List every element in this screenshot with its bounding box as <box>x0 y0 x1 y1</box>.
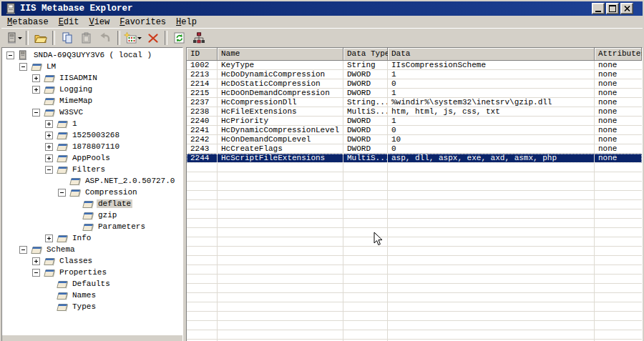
tree-item-properties[interactable]: Properties <box>2 267 182 278</box>
column-header-id[interactable]: ID <box>187 48 218 61</box>
empty-cell <box>343 321 388 330</box>
tree-item-snda-69q3uyy3v6-local[interactable]: SNDA-69Q3UYY3V6 ( local ) <box>2 49 182 61</box>
empty-cell <box>595 256 642 265</box>
table-row-2243[interactable]: 2243HcCreateFlagsDWORD0none <box>187 144 642 154</box>
tree-item-iisadmin[interactable]: IISADMIN <box>2 72 182 84</box>
empty-cell <box>218 200 343 209</box>
menu-view[interactable]: View <box>84 16 115 28</box>
tree-item-label: Logging <box>58 85 94 94</box>
empty-cell <box>595 330 642 340</box>
collapse-icon[interactable] <box>19 246 27 254</box>
open-button[interactable] <box>31 30 50 46</box>
metabase-key-icon <box>82 199 95 209</box>
cell-name: HcFileExtensions <box>218 107 343 117</box>
column-header-name[interactable]: Name <box>218 48 343 61</box>
paste-button[interactable] <box>77 30 96 46</box>
empty-cell <box>218 237 343 247</box>
menu-metabase[interactable]: Metabase <box>3 16 54 28</box>
empty-cell <box>187 312 218 321</box>
undo-button[interactable] <box>96 30 115 46</box>
empty-row <box>187 284 642 293</box>
copy-button[interactable] <box>57 30 77 46</box>
refresh-button[interactable] <box>170 30 189 46</box>
table-row-2238[interactable]: 2238HcFileExtensionsMultiS...htm, html, … <box>187 107 642 117</box>
empty-row <box>187 228 642 237</box>
empty-cell <box>218 219 343 228</box>
tree-item-1878807110[interactable]: 1878807110 <box>2 141 182 152</box>
table-row-1002[interactable]: 1002KeyTypeStringIIsCompressionSchemenon… <box>187 61 642 70</box>
tree-horizontal-scrollbar[interactable] <box>2 335 182 341</box>
empty-cell <box>187 182 218 191</box>
tree-item-schema[interactable]: Schema <box>2 244 182 255</box>
expand-icon[interactable] <box>45 234 53 242</box>
hierarchy-button[interactable] <box>189 30 208 46</box>
tree-item-1[interactable]: 1 <box>2 118 182 129</box>
collapse-icon[interactable] <box>6 51 14 59</box>
column-header-data-type[interactable]: Data Type <box>343 48 388 61</box>
tree-item-compression[interactable]: Compression <box>2 187 182 198</box>
delete-button[interactable] <box>143 30 162 46</box>
collapse-icon[interactable] <box>32 109 40 117</box>
empty-cell <box>595 182 642 191</box>
table-row-2237[interactable]: 2237HcCompressionDllString...%windir%\sy… <box>187 98 642 107</box>
tree-item-logging[interactable]: Logging <box>2 84 182 95</box>
empty-cell <box>388 293 595 302</box>
tree-item-asp-net-2-0-50727-0[interactable]: ASP.NET_2.0.50727.0 <box>2 175 182 187</box>
tree-item-1525003268[interactable]: 1525003268 <box>2 129 182 141</box>
tree-item-apppools[interactable]: AppPools <box>2 152 182 164</box>
new-key-button[interactable] <box>122 30 143 46</box>
table-row-2213[interactable]: 2213HcDoDynamicCompressionDWORD1none <box>187 70 642 79</box>
empty-cell <box>343 275 388 284</box>
expand-icon[interactable] <box>45 132 53 139</box>
tree-item-deflate[interactable]: deflate <box>2 198 182 209</box>
expand-icon[interactable] <box>32 74 40 82</box>
cell-data: IIsCompressionScheme <box>388 61 595 70</box>
column-header-attributes[interactable]: Attributes <box>595 48 642 61</box>
tree-item-filters[interactable]: Filters <box>2 164 182 175</box>
tree-item-parameters[interactable]: Parameters <box>2 221 182 232</box>
table-row-2241[interactable]: 2241HcDynamicCompressionLevelDWORD0none <box>187 126 642 135</box>
table-row-2242[interactable]: 2242HcOnDemandCompLevelDWORD10none <box>187 135 642 144</box>
collapse-icon[interactable] <box>45 166 53 174</box>
tree-item-info[interactable]: Info <box>2 232 182 244</box>
empty-cell <box>343 256 388 265</box>
tree-item-w3svc[interactable]: W3SVC <box>2 107 182 118</box>
expand-icon[interactable] <box>32 86 40 94</box>
connect-button[interactable] <box>4 30 24 46</box>
maximize-button[interactable] <box>606 3 619 14</box>
tree-item-mimemap[interactable]: MimeMap <box>2 95 182 107</box>
collapse-icon[interactable] <box>32 269 40 277</box>
cell-id: 2244 <box>187 154 218 163</box>
tree-item-defaults[interactable]: Defaults <box>2 278 182 290</box>
table-row-2244[interactable]: 2244HcScriptFileExtensionsMultiS...asp, … <box>187 154 642 163</box>
empty-cell <box>595 237 642 247</box>
tree-item-types[interactable]: Types <box>2 301 182 312</box>
collapse-icon[interactable] <box>19 63 27 71</box>
cell-id: 2237 <box>187 98 218 107</box>
tree-item-classes[interactable]: Classes <box>2 255 182 267</box>
menu-favorites[interactable]: Favorites <box>115 16 172 28</box>
expand-icon[interactable] <box>32 257 40 265</box>
empty-cell <box>187 172 218 182</box>
empty-cell <box>187 302 218 312</box>
connect-dropdown-icon[interactable] <box>18 37 22 39</box>
expand-icon[interactable] <box>45 143 53 151</box>
close-button[interactable] <box>620 3 633 14</box>
empty-row <box>187 200 642 209</box>
menu-help[interactable]: Help <box>172 16 203 28</box>
metabase-key-icon <box>57 291 69 300</box>
tree-item-gzip[interactable]: gzip <box>2 209 182 221</box>
toolbar-separator <box>52 31 55 45</box>
table-row-2214[interactable]: 2214HcDoStaticCompressionDWORD0none <box>187 79 642 89</box>
expand-icon[interactable] <box>45 120 53 128</box>
minimize-button[interactable] <box>592 3 605 14</box>
tree-item-lm[interactable]: LM <box>2 61 182 72</box>
tree-item-names[interactable]: Names <box>2 290 182 301</box>
new-key-dropdown-icon[interactable] <box>137 37 142 39</box>
table-row-2240[interactable]: 2240HcPriorityDWORD1none <box>187 117 642 126</box>
collapse-icon[interactable] <box>58 189 66 197</box>
column-header-data[interactable]: Data <box>388 48 595 61</box>
menu-edit[interactable]: Edit <box>54 16 85 28</box>
expand-icon[interactable] <box>45 154 53 162</box>
table-row-2215[interactable]: 2215HcDoOnDemandCompressionDWORD1none <box>187 89 642 98</box>
